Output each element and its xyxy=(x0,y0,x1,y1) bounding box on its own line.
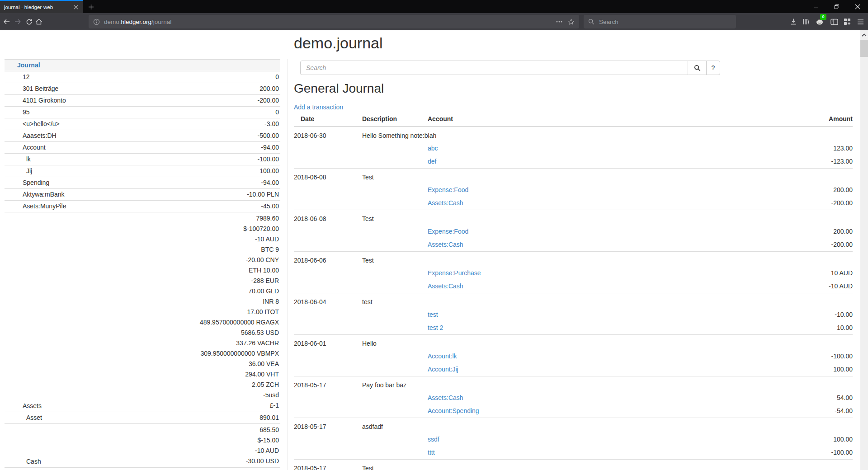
tab-close-icon[interactable] xyxy=(72,3,80,11)
search-help-button[interactable]: ? xyxy=(706,61,720,75)
account-balance: -3.00 xyxy=(124,118,280,130)
posting-row: tttt -100.00 xyxy=(294,446,853,460)
transaction-date: 2018-05-17 xyxy=(294,418,362,433)
close-button[interactable] xyxy=(847,0,868,13)
reload-icon[interactable] xyxy=(24,16,34,27)
account-link[interactable]: Jij xyxy=(26,167,32,174)
account-row: Spending -94.00 xyxy=(5,177,280,189)
column-amount: Amount xyxy=(699,114,853,127)
account-link[interactable]: 4101 Girokonto xyxy=(23,97,66,104)
minimize-button[interactable] xyxy=(806,0,826,13)
account-link[interactable]: Spending xyxy=(23,179,49,186)
posting-account-link[interactable]: Assets:Cash xyxy=(428,394,463,401)
account-link[interactable]: <u>hello</u> xyxy=(23,120,60,127)
sidebar-accounts-table: Journal 12 0 301 Beiträge 200.00 4101 Gi… xyxy=(5,59,280,470)
scroll-up-icon[interactable] xyxy=(860,31,868,38)
posting-row: def -123.00 xyxy=(294,155,853,169)
account-row: 12 0 xyxy=(5,71,280,83)
account-link[interactable]: Asets:MunyPile xyxy=(23,202,66,210)
browser-tab[interactable]: journal - hledger-web xyxy=(0,0,83,13)
forward-icon[interactable] xyxy=(12,16,23,27)
account-link[interactable]: Aktywa:mBank xyxy=(23,191,65,198)
posting-row: Account:lk -100.00 xyxy=(294,350,853,363)
transaction-date: 2018-06-04 xyxy=(294,293,362,309)
posting-account-link[interactable]: test xyxy=(428,311,438,318)
download-icon[interactable] xyxy=(788,16,799,28)
account-row: Jij 100.00 xyxy=(5,165,280,177)
account-balance: -500.00 xyxy=(124,130,280,142)
posting-account-link[interactable]: Account:Jij xyxy=(428,366,458,373)
account-link[interactable]: Aaasets:DH xyxy=(23,132,57,139)
posting-account-link[interactable]: def xyxy=(428,158,436,165)
scrollbar-track[interactable] xyxy=(860,30,868,470)
posting-account-link[interactable]: Assets:Cash xyxy=(428,241,463,248)
posting-amount: 10.00 xyxy=(699,321,853,335)
account-balance: -94.00 xyxy=(124,142,280,154)
posting-amount: 200.00 xyxy=(699,225,853,238)
account-row: 301 Beiträge 200.00 xyxy=(5,83,280,95)
posting-row: Expense:Food 200.00 xyxy=(294,183,853,197)
journal-search-form: ? xyxy=(300,61,720,75)
posting-amount: -100.00 xyxy=(699,446,853,460)
menu-icon[interactable] xyxy=(854,16,866,28)
account-balance: 890.01 xyxy=(124,412,280,424)
posting-account-link[interactable]: test 2 xyxy=(428,324,443,331)
account-link[interactable]: 95 xyxy=(23,108,30,116)
search-input[interactable] xyxy=(300,61,688,75)
posting-account-link[interactable]: ssdf xyxy=(428,436,439,443)
posting-account-link[interactable]: Expense:Purchase xyxy=(428,269,481,277)
transaction-row: 2018-06-08 Test xyxy=(294,210,853,226)
new-tab-button[interactable] xyxy=(85,1,96,12)
bookmark-star-icon[interactable] xyxy=(568,19,575,25)
posting-amount: 100.00 xyxy=(699,363,853,376)
account-balance: 200.00 xyxy=(124,83,280,95)
account-balance: 0 xyxy=(124,107,280,118)
posting-account-link[interactable]: Expense:Food xyxy=(428,228,468,235)
url-path: /journal xyxy=(151,19,171,25)
posting-amount: -200.00 xyxy=(699,197,853,210)
page-actions-icon[interactable] xyxy=(556,21,562,23)
posting-account-link[interactable]: Expense:Food xyxy=(428,186,468,193)
account-link[interactable]: Account xyxy=(23,144,46,151)
account-link[interactable]: 301 Beiträge xyxy=(23,85,58,92)
posting-account-link[interactable]: tttt xyxy=(428,449,435,456)
posting-account-link[interactable]: Account:lk xyxy=(428,352,457,360)
posting-account-link[interactable]: Assets:Cash xyxy=(428,199,463,207)
back-icon[interactable] xyxy=(1,16,12,27)
library-icon[interactable] xyxy=(800,16,812,28)
account-row: Assets 7989.60 $-100720.00 -10 AUD BTC 9… xyxy=(5,212,280,412)
restore-button[interactable] xyxy=(826,0,847,13)
account-balance-multiline: 685.50 $-15.00 -10 AUD -30.00 USD xyxy=(124,424,280,468)
site-info-icon[interactable] xyxy=(93,19,100,25)
posting-account-link[interactable]: abc xyxy=(428,145,438,152)
posting-amount: -10 AUD xyxy=(699,280,853,293)
transaction-description: asdfadf xyxy=(362,418,853,433)
account-row: -117.00 xyxy=(5,468,280,470)
transaction-row: 2018-06-06 Test xyxy=(294,252,853,267)
add-transaction-link[interactable]: Add a transaction xyxy=(294,103,343,111)
posting-amount: 10 AUD xyxy=(699,267,853,280)
transaction-date: 2018-06-06 xyxy=(294,252,362,267)
account-link[interactable]: Asset xyxy=(26,414,42,421)
transaction-row: 2018-05-17 Pay foo bar baz xyxy=(294,376,853,392)
posting-amount: 200.00 xyxy=(699,183,853,197)
url-bar[interactable]: demo.hledger.org/journal xyxy=(89,15,579,28)
account-link[interactable]: 12 xyxy=(23,73,30,80)
search-button[interactable] xyxy=(688,61,707,75)
sidebars-icon[interactable] xyxy=(828,16,840,28)
posting-account-link[interactable]: Assets:Cash xyxy=(428,282,463,290)
home-icon[interactable] xyxy=(33,16,44,27)
transaction-date: 2018-05-17 xyxy=(294,460,362,470)
account-balance: -200.00 xyxy=(124,95,280,107)
account-link[interactable]: lk xyxy=(26,155,31,163)
account-link[interactable]: Cash xyxy=(26,458,41,465)
transaction-description: test xyxy=(362,293,853,309)
posting-account-link[interactable]: Account:Spending xyxy=(428,407,479,414)
account-link[interactable]: Assets xyxy=(23,402,42,409)
toolbar-search-placeholder: Search xyxy=(599,19,618,25)
posting-amount: -54.00 xyxy=(699,404,853,418)
toolbar-search-field[interactable]: Search xyxy=(584,15,736,28)
grid-plus-icon[interactable] xyxy=(841,16,853,28)
sidebar-journal-link[interactable]: Journal xyxy=(17,61,40,69)
scrollbar-thumb[interactable] xyxy=(860,40,868,57)
